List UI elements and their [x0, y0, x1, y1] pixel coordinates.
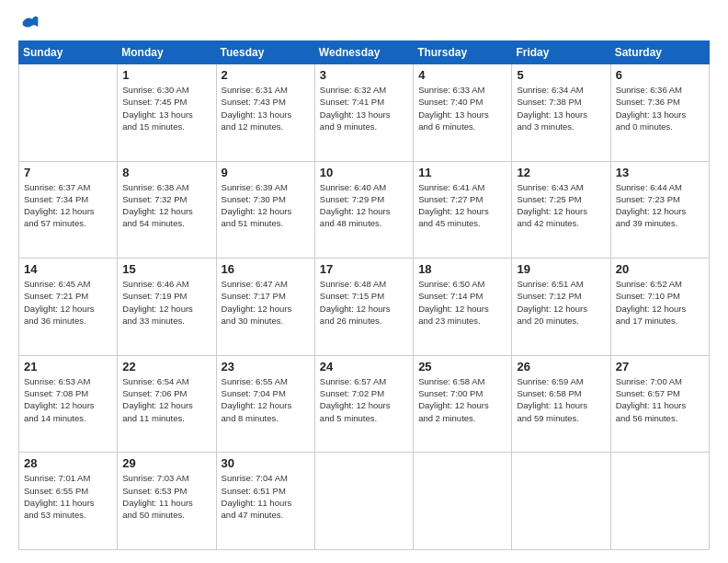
calendar-cell: 26Sunrise: 6:59 AMSunset: 6:58 PMDayligh…: [512, 355, 610, 453]
header: [18, 17, 710, 31]
calendar-cell: 6Sunrise: 6:36 AMSunset: 7:36 PMDaylight…: [610, 64, 709, 162]
day-number: 24: [320, 360, 408, 373]
day-of-week-saturday: Saturday: [610, 41, 709, 64]
calendar-week-2: 7Sunrise: 6:37 AMSunset: 7:34 PMDaylight…: [19, 161, 710, 259]
calendar-cell: 7Sunrise: 6:37 AMSunset: 7:34 PMDaylight…: [19, 161, 118, 259]
day-info: Sunrise: 7:03 AMSunset: 6:53 PMDaylight:…: [122, 472, 210, 521]
calendar-cell: 12Sunrise: 6:43 AMSunset: 7:25 PMDayligh…: [512, 161, 610, 259]
day-number: 16: [222, 262, 310, 276]
day-number: 27: [616, 360, 704, 373]
day-of-week-wednesday: Wednesday: [314, 41, 413, 64]
calendar-cell: [19, 64, 118, 162]
day-of-week-tuesday: Tuesday: [216, 41, 314, 64]
calendar-header-row: SundayMondayTuesdayWednesdayThursdayFrid…: [19, 41, 710, 64]
day-info: Sunrise: 6:39 AMSunset: 7:30 PMDaylight:…: [222, 181, 310, 230]
day-info: Sunrise: 6:40 AMSunset: 7:29 PMDaylight:…: [320, 181, 408, 230]
day-number: 19: [517, 262, 605, 276]
calendar-cell: 20Sunrise: 6:52 AMSunset: 7:10 PMDayligh…: [610, 259, 709, 356]
day-number: 20: [616, 262, 704, 276]
calendar-cell: 11Sunrise: 6:41 AMSunset: 7:27 PMDayligh…: [414, 161, 512, 259]
calendar-cell: 25Sunrise: 6:58 AMSunset: 7:00 PMDayligh…: [414, 355, 512, 453]
day-number: 17: [320, 262, 408, 276]
day-info: Sunrise: 7:04 AMSunset: 6:51 PMDaylight:…: [222, 472, 310, 521]
calendar-cell: 3Sunrise: 6:32 AMSunset: 7:41 PMDaylight…: [314, 64, 413, 162]
day-info: Sunrise: 6:55 AMSunset: 7:04 PMDaylight:…: [222, 375, 310, 424]
day-info: Sunrise: 6:37 AMSunset: 7:34 PMDaylight:…: [24, 181, 112, 230]
calendar-week-3: 14Sunrise: 6:45 AMSunset: 7:21 PMDayligh…: [19, 259, 710, 356]
day-info: Sunrise: 6:43 AMSunset: 7:25 PMDaylight:…: [517, 181, 605, 230]
calendar-cell: [610, 453, 709, 550]
day-number: 4: [418, 68, 506, 82]
day-number: 18: [418, 262, 506, 276]
day-of-week-sunday: Sunday: [19, 41, 118, 64]
calendar-cell: 30Sunrise: 7:04 AMSunset: 6:51 PMDayligh…: [216, 453, 314, 550]
calendar-cell: 23Sunrise: 6:55 AMSunset: 7:04 PMDayligh…: [216, 355, 314, 453]
day-number: 21: [24, 360, 112, 373]
logo: [18, 17, 40, 31]
day-info: Sunrise: 6:32 AMSunset: 7:41 PMDaylight:…: [320, 84, 408, 132]
day-info: Sunrise: 6:47 AMSunset: 7:17 PMDaylight:…: [222, 278, 310, 327]
day-number: 7: [24, 166, 112, 179]
calendar-cell: [512, 453, 610, 550]
day-info: Sunrise: 6:52 AMSunset: 7:10 PMDaylight:…: [616, 278, 704, 327]
day-number: 1: [122, 68, 210, 82]
calendar-cell: 27Sunrise: 7:00 AMSunset: 6:57 PMDayligh…: [610, 355, 709, 453]
day-info: Sunrise: 6:59 AMSunset: 6:58 PMDaylight:…: [517, 375, 605, 424]
day-of-week-thursday: Thursday: [414, 41, 512, 64]
day-number: 28: [24, 456, 112, 470]
calendar-cell: 21Sunrise: 6:53 AMSunset: 7:08 PMDayligh…: [19, 355, 118, 453]
day-number: 26: [517, 360, 605, 373]
day-number: 22: [122, 360, 210, 373]
calendar-cell: [414, 453, 512, 550]
day-number: 3: [320, 68, 408, 82]
day-info: Sunrise: 6:57 AMSunset: 7:02 PMDaylight:…: [320, 375, 408, 424]
day-info: Sunrise: 7:00 AMSunset: 6:57 PMDaylight:…: [616, 375, 704, 424]
day-info: Sunrise: 6:53 AMSunset: 7:08 PMDaylight:…: [24, 375, 112, 424]
logo-icon: [21, 13, 40, 31]
day-number: 30: [222, 456, 310, 470]
calendar-cell: [314, 453, 413, 550]
day-info: Sunrise: 6:34 AMSunset: 7:38 PMDaylight:…: [517, 84, 605, 132]
calendar-cell: 15Sunrise: 6:46 AMSunset: 7:19 PMDayligh…: [118, 259, 216, 356]
calendar-cell: 9Sunrise: 6:39 AMSunset: 7:30 PMDaylight…: [216, 161, 314, 259]
calendar-cell: 2Sunrise: 6:31 AMSunset: 7:43 PMDaylight…: [216, 64, 314, 162]
day-number: 15: [122, 262, 210, 276]
calendar-cell: 28Sunrise: 7:01 AMSunset: 6:55 PMDayligh…: [19, 453, 118, 550]
calendar-cell: 17Sunrise: 6:48 AMSunset: 7:15 PMDayligh…: [314, 259, 413, 356]
day-info: Sunrise: 6:38 AMSunset: 7:32 PMDaylight:…: [122, 181, 210, 230]
day-number: 11: [418, 166, 506, 179]
day-number: 12: [517, 166, 605, 179]
calendar-cell: 24Sunrise: 6:57 AMSunset: 7:02 PMDayligh…: [314, 355, 413, 453]
day-number: 23: [222, 360, 310, 373]
day-number: 10: [320, 166, 408, 179]
day-number: 2: [222, 68, 310, 82]
day-info: Sunrise: 6:51 AMSunset: 7:12 PMDaylight:…: [517, 278, 605, 327]
day-info: Sunrise: 6:54 AMSunset: 7:06 PMDaylight:…: [122, 375, 210, 424]
day-number: 13: [616, 166, 704, 179]
calendar-week-1: 1Sunrise: 6:30 AMSunset: 7:45 PMDaylight…: [19, 64, 710, 162]
day-info: Sunrise: 6:50 AMSunset: 7:14 PMDaylight:…: [418, 278, 506, 327]
day-number: 5: [517, 68, 605, 82]
calendar-cell: 1Sunrise: 6:30 AMSunset: 7:45 PMDaylight…: [118, 64, 216, 162]
calendar: SundayMondayTuesdayWednesdayThursdayFrid…: [18, 40, 710, 550]
day-info: Sunrise: 7:01 AMSunset: 6:55 PMDaylight:…: [24, 472, 112, 521]
calendar-cell: 14Sunrise: 6:45 AMSunset: 7:21 PMDayligh…: [19, 259, 118, 356]
calendar-cell: 16Sunrise: 6:47 AMSunset: 7:17 PMDayligh…: [216, 259, 314, 356]
calendar-cell: 10Sunrise: 6:40 AMSunset: 7:29 PMDayligh…: [314, 161, 413, 259]
day-info: Sunrise: 6:30 AMSunset: 7:45 PMDaylight:…: [122, 84, 210, 132]
day-info: Sunrise: 6:31 AMSunset: 7:43 PMDaylight:…: [222, 84, 310, 132]
day-info: Sunrise: 6:48 AMSunset: 7:15 PMDaylight:…: [320, 278, 408, 327]
day-info: Sunrise: 6:33 AMSunset: 7:40 PMDaylight:…: [418, 84, 506, 132]
calendar-cell: 4Sunrise: 6:33 AMSunset: 7:40 PMDaylight…: [414, 64, 512, 162]
day-number: 25: [418, 360, 506, 373]
calendar-week-4: 21Sunrise: 6:53 AMSunset: 7:08 PMDayligh…: [19, 355, 710, 453]
day-of-week-friday: Friday: [512, 41, 610, 64]
calendar-cell: 29Sunrise: 7:03 AMSunset: 6:53 PMDayligh…: [118, 453, 216, 550]
calendar-cell: 18Sunrise: 6:50 AMSunset: 7:14 PMDayligh…: [414, 259, 512, 356]
day-info: Sunrise: 6:44 AMSunset: 7:23 PMDaylight:…: [616, 181, 704, 230]
day-number: 29: [122, 456, 210, 470]
calendar-cell: 22Sunrise: 6:54 AMSunset: 7:06 PMDayligh…: [118, 355, 216, 453]
day-number: 8: [122, 166, 210, 179]
day-info: Sunrise: 6:41 AMSunset: 7:27 PMDaylight:…: [418, 181, 506, 230]
calendar-cell: 8Sunrise: 6:38 AMSunset: 7:32 PMDaylight…: [118, 161, 216, 259]
